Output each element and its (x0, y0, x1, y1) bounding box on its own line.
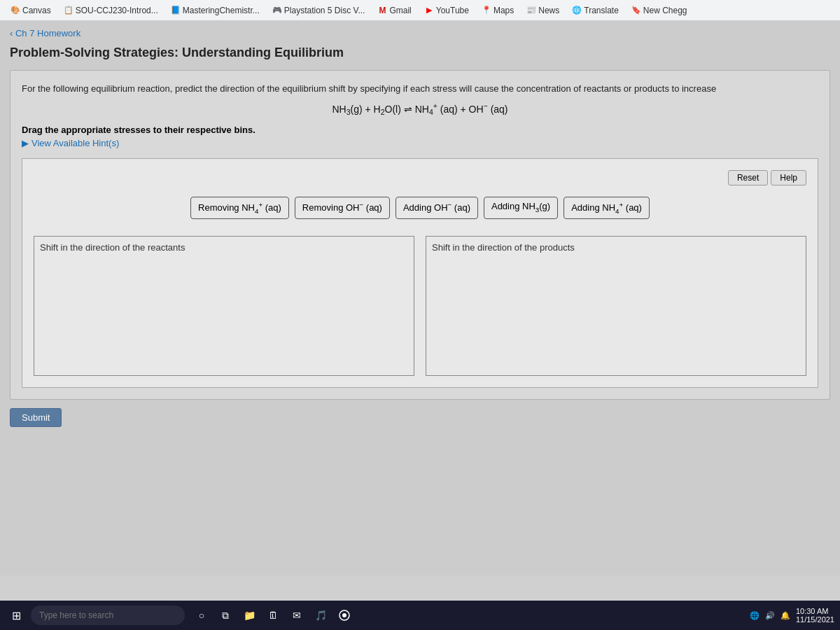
start-button[interactable]: ⊞ (6, 606, 27, 625)
stress-items-row: Removing NH4+ (aq) Removing OH− (aq) Add… (34, 197, 806, 219)
submit-button[interactable]: Submit (10, 408, 62, 427)
taskbar-search-input[interactable] (31, 606, 185, 625)
bookmark-gmail[interactable]: M Gmail (372, 4, 416, 18)
bookmark-youtube[interactable]: ▶ YouTube (419, 4, 474, 18)
main-content: ‹ Ch 7 Homework Problem-Solving Strategi… (0, 21, 840, 575)
chrome-icon[interactable] (335, 606, 354, 625)
stress-item-adding-nh4[interactable]: Adding NH4+ (aq) (564, 197, 650, 219)
drop-zone-products[interactable]: Shift in the direction of the products (426, 236, 806, 376)
news-icon: 📰 (526, 6, 536, 15)
bookmark-chegg[interactable]: 🔖 New Chegg (626, 4, 692, 18)
chegg-icon: 🔖 (631, 6, 641, 15)
spotify-icon[interactable]: 🎵 (311, 606, 330, 625)
drop-zone-reactants[interactable]: Shift in the direction of the reactants (34, 236, 414, 376)
reset-button[interactable]: Reset (728, 170, 768, 186)
bookmark-mastering[interactable]: 📘 MasteringChemistr... (166, 4, 265, 18)
gmail-icon: M (377, 6, 387, 15)
bookmarks-bar: 🎨 Canvas 📋 SOU-CCJ230-Introd... 📘 Master… (0, 0, 840, 21)
mastering-icon: 📘 (171, 6, 181, 15)
bookmark-canvas[interactable]: 🎨 Canvas (6, 4, 56, 18)
cortana-icon[interactable]: ○ (192, 606, 211, 625)
taskbar-time: 10:30 AM 11/15/2021 (796, 607, 834, 624)
canvas-icon: 🎨 (10, 6, 20, 15)
drag-instruction: Drag the appropriate stresses to their r… (22, 125, 818, 135)
page-title: Problem-Solving Strategies: Understandin… (10, 46, 830, 60)
taskbar-icons: ○ ⧉ 📁 🗓 ✉ 🎵 (192, 606, 354, 625)
stress-item-adding-oh[interactable]: Adding OH− (aq) (396, 197, 478, 219)
arrow-right-icon: ▶ (22, 138, 29, 148)
sou-icon: 📋 (64, 6, 74, 15)
taskbar: ⊞ ○ ⧉ 📁 🗓 ✉ 🎵 🌐 🔊 🔔 10:30 AM 11/15/2021 (0, 601, 840, 630)
stress-item-removing-oh[interactable]: Removing OH− (aq) (295, 197, 390, 219)
bookmark-maps[interactable]: 📍 Maps (477, 4, 519, 18)
taskbar-notification-icon[interactable]: 🔔 (780, 611, 790, 620)
question-container: For the following equilibrium reaction, … (10, 70, 830, 400)
taskbar-volume-icon[interactable]: 🔊 (765, 611, 775, 620)
taskbar-right: 🌐 🔊 🔔 10:30 AM 11/15/2021 (750, 607, 834, 624)
calendar-icon[interactable]: 🗓 (263, 606, 283, 625)
help-button[interactable]: Help (771, 170, 806, 186)
breadcrumb[interactable]: ‹ Ch 7 Homework (10, 28, 830, 38)
svg-point-1 (342, 613, 346, 617)
submit-area: Submit (10, 408, 830, 427)
drop-zones-row: Shift in the direction of the reactants … (34, 236, 806, 376)
bookmark-sou[interactable]: 📋 SOU-CCJ230-Introd... (59, 4, 163, 18)
taskbar-network-icon[interactable]: 🌐 (750, 611, 760, 620)
equation-block: NH3(g) + H2O(l) ⇌ NH4+ (aq) + OH− (aq) (22, 102, 818, 116)
file-explorer-icon[interactable]: 📁 (239, 606, 259, 625)
question-intro-text: For the following equilibrium reaction, … (22, 82, 818, 96)
bookmark-playstation[interactable]: 🎮 Playstation 5 Disc V... (267, 4, 370, 18)
reset-help-row: Reset Help (34, 170, 806, 186)
youtube-icon: ▶ (424, 6, 434, 15)
translate-icon: 🌐 (572, 6, 582, 15)
drop-zone-reactants-title: Shift in the direction of the reactants (40, 242, 408, 253)
bookmark-translate[interactable]: 🌐 Translate (567, 4, 624, 18)
bookmark-news[interactable]: 📰 News (522, 4, 564, 18)
playstation-icon: 🎮 (272, 6, 282, 15)
hint-link[interactable]: ▶ View Available Hint(s) (22, 138, 818, 148)
stress-item-adding-nh3[interactable]: Adding NH3(g) (484, 197, 558, 219)
mail-icon[interactable]: ✉ (287, 606, 307, 625)
stress-item-removing-nh4[interactable]: Removing NH4+ (aq) (190, 197, 289, 219)
inner-box: Reset Help Removing NH4+ (aq) Removing O… (22, 158, 818, 388)
task-view-icon[interactable]: ⧉ (216, 606, 235, 625)
maps-icon: 📍 (482, 6, 491, 15)
drop-zone-products-title: Shift in the direction of the products (432, 242, 800, 253)
